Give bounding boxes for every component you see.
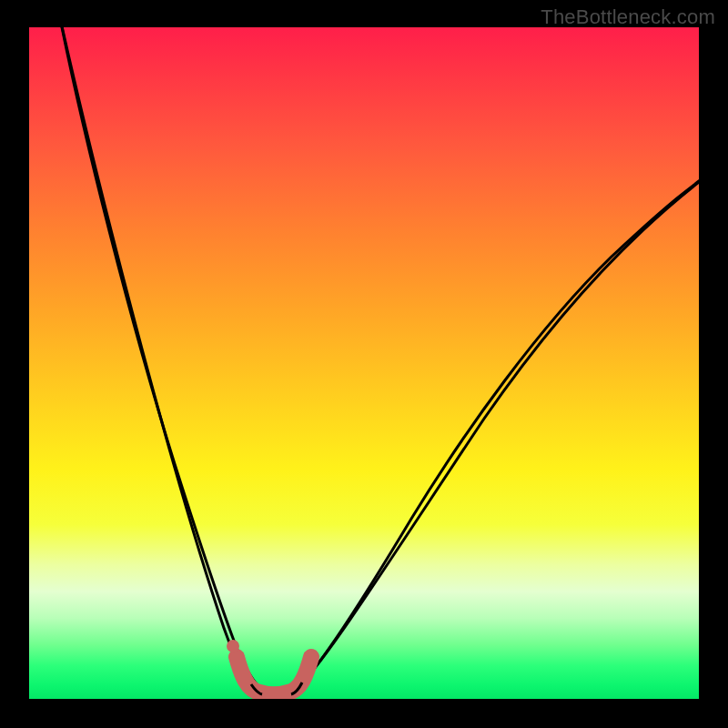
bottleneck-curve	[29, 27, 699, 699]
curve-main-left-fine	[60, 27, 251, 684]
curve-main-right-fine	[302, 166, 699, 682]
curve-main	[60, 27, 258, 686]
chart-frame: TheBottleneck.com	[0, 0, 728, 728]
plot-area	[29, 27, 699, 699]
watermark-text: TheBottleneck.com	[541, 5, 715, 29]
trough-accent-dot	[227, 640, 239, 652]
